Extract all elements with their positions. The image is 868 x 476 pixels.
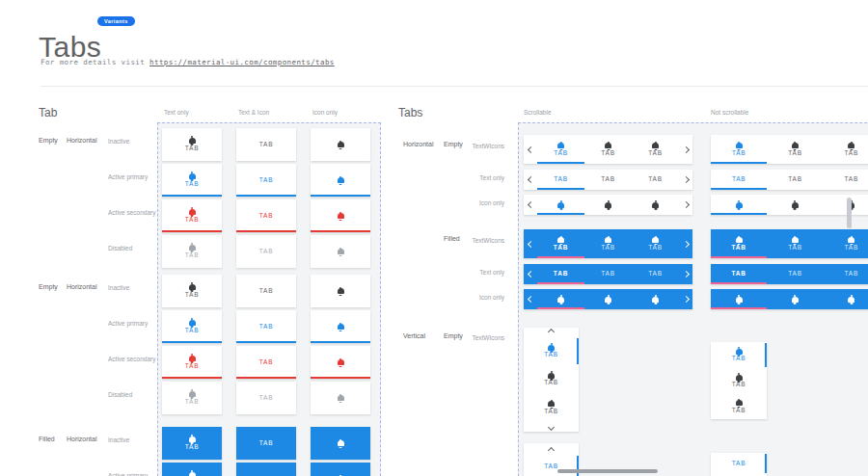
bell-icon [189, 436, 196, 442]
tab-item-active[interactable]: TAB [711, 229, 767, 258]
tab-text-icon-active-primary[interactable]: TAB [162, 310, 222, 343]
tab-item[interactable] [632, 195, 679, 215]
tab-item-active[interactable] [537, 289, 584, 309]
tab-item[interactable]: TAB [524, 394, 579, 422]
docs-link[interactable]: https://material-ui.com/components/tabs [149, 58, 335, 66]
tab-item-active[interactable]: TAB [537, 229, 584, 258]
tab-item-active[interactable]: TAB [537, 170, 584, 190]
tab-item-active[interactable]: TAB [524, 337, 579, 365]
tab-icon-active-primary[interactable] [311, 310, 370, 343]
active-indicator [162, 377, 222, 379]
chevron-left-icon[interactable] [524, 170, 537, 190]
bell-icon [736, 202, 743, 208]
tab-text-inactive[interactable]: TAB [236, 128, 296, 161]
bell-icon [338, 177, 344, 183]
chevron-right-icon[interactable] [679, 195, 692, 215]
active-indicator [537, 213, 584, 215]
tab-item[interactable] [767, 289, 823, 309]
tab-item-active[interactable]: TAB [537, 264, 584, 284]
tab-item-active[interactable]: TAB [711, 342, 767, 368]
tab-text-icon-active-primary[interactable]: TAB [162, 164, 222, 197]
tabs-bar-filled-fixed-icons [711, 289, 868, 309]
tab-item[interactable]: TAB [584, 264, 632, 284]
vertical-scrollbar[interactable] [847, 198, 852, 228]
bell-icon [848, 143, 854, 148]
chevron-right-icon[interactable] [679, 135, 692, 164]
horizontal-scrollbar[interactable] [557, 469, 658, 473]
tab-item-active[interactable] [711, 289, 767, 309]
tab-item[interactable]: TAB [632, 135, 679, 164]
tab-item-active[interactable] [537, 195, 584, 215]
tab-item[interactable]: TAB [632, 170, 679, 190]
tab-item[interactable]: TAB [824, 170, 868, 190]
tab-item[interactable]: TAB [584, 229, 632, 258]
tab-icon-inactive[interactable] [311, 128, 370, 161]
tab-item[interactable] [767, 195, 823, 215]
tab-item[interactable]: TAB [632, 264, 679, 284]
tab-text-icon-active-secondary[interactable]: TAB [162, 199, 222, 232]
tab-item[interactable] [584, 289, 632, 309]
chevron-left-icon[interactable] [524, 289, 537, 309]
tab-item-active[interactable] [711, 195, 767, 215]
tab-item[interactable]: TAB [711, 394, 767, 419]
tab-item[interactable]: TAB [824, 229, 868, 258]
tab-item[interactable]: TAB [824, 135, 868, 164]
tab-item[interactable]: TAB [767, 170, 823, 190]
tab-item[interactable]: TAB [767, 135, 823, 164]
tab-text-icon-inactive[interactable]: TAB [162, 128, 222, 161]
left-section-title: Tab [39, 106, 57, 119]
tab-icon-active-secondary[interactable] [311, 199, 370, 232]
column-header-text-only: Text only [164, 109, 189, 116]
active-indicator [537, 188, 584, 190]
chevron-right-icon[interactable] [679, 289, 692, 309]
tab-filled-text-icon-active[interactable]: TAB [162, 463, 222, 476]
tab-item[interactable]: TAB [711, 368, 767, 394]
chevron-right-icon[interactable] [679, 229, 692, 258]
tab-filled-text-active[interactable]: TAB [236, 463, 296, 476]
active-indicator [711, 162, 767, 164]
tab-item-active[interactable]: TAB [711, 264, 767, 284]
tab-item-active[interactable]: TAB [711, 170, 767, 190]
chevron-left-icon[interactable] [524, 135, 537, 164]
tab-item[interactable]: TAB [584, 170, 632, 190]
tab-item[interactable]: TAB [524, 365, 579, 393]
tab-filled-text-icon-inactive[interactable]: TAB [162, 427, 222, 460]
chevron-left-icon[interactable] [524, 229, 537, 258]
tab-item[interactable] [584, 195, 632, 215]
tab-item[interactable] [632, 289, 679, 309]
tab-item[interactable] [824, 195, 868, 215]
tab-icon-active-secondary[interactable] [311, 346, 370, 379]
tab-item[interactable]: TAB [767, 229, 823, 258]
tab-item-active[interactable]: TAB [711, 135, 767, 164]
bell-icon [557, 202, 564, 208]
tab-text-inactive[interactable]: TAB [236, 275, 296, 307]
state-label: Disabled [108, 245, 132, 251]
tab-text-active-primary[interactable]: TAB [236, 164, 296, 197]
tab-item[interactable]: TAB [824, 264, 868, 284]
tab-text-active-secondary[interactable]: TAB [236, 346, 296, 379]
tab-icon-active-primary[interactable] [311, 164, 370, 197]
chevron-down-icon[interactable] [524, 422, 579, 432]
tab-filled-text-inactive[interactable]: TAB [236, 427, 296, 460]
tab-item[interactable]: TAB [632, 229, 679, 258]
chevron-up-icon[interactable] [524, 445, 579, 455]
tab-text-icon-inactive[interactable]: TAB [162, 275, 222, 307]
tab-filled-icon-inactive[interactable] [311, 427, 370, 460]
group-variant-label: Empty [39, 283, 58, 290]
chevron-left-icon[interactable] [524, 264, 537, 284]
chevron-up-icon[interactable] [524, 328, 579, 337]
chevron-right-icon[interactable] [679, 170, 692, 190]
tab-filled-icon-active[interactable] [311, 463, 370, 476]
tabs-bar-fixed-texticons: TAB TAB TAB [711, 135, 868, 164]
tab-text-active-secondary[interactable]: TAB [236, 199, 296, 232]
tab-item[interactable]: TAB [584, 135, 632, 164]
tab-item[interactable]: TAB [767, 264, 823, 284]
chevron-right-icon[interactable] [679, 264, 692, 284]
tab-text-active-primary[interactable]: TAB [236, 310, 296, 343]
tab-item[interactable] [824, 289, 868, 309]
tab-item-active[interactable]: TAB [537, 135, 584, 164]
tab-item-active[interactable]: TAB [711, 453, 767, 474]
tab-icon-inactive[interactable] [311, 275, 370, 307]
chevron-left-icon[interactable] [524, 195, 537, 215]
tab-text-icon-active-secondary[interactable]: TAB [162, 346, 222, 379]
